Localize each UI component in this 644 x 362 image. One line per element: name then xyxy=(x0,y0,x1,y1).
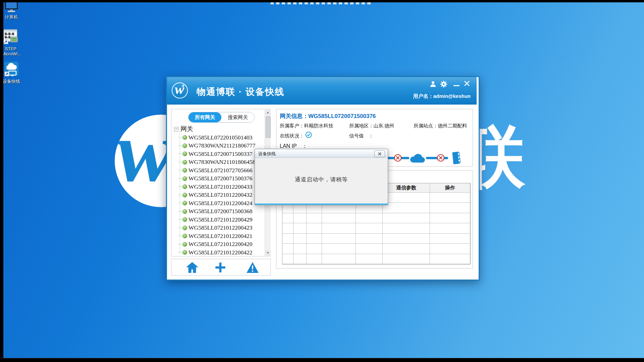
table-cell xyxy=(282,223,293,233)
home-button[interactable] xyxy=(185,261,199,274)
svg-text:H-O: H-O xyxy=(5,36,10,39)
table-cell xyxy=(322,244,356,254)
gateway-online-icon xyxy=(182,152,187,156)
tab-search-gateways[interactable]: 搜索网关 xyxy=(221,112,254,122)
region-field: 所属地区：山东.德州 xyxy=(349,123,394,129)
screen-left-bar xyxy=(0,0,3,362)
table-cell xyxy=(293,244,307,254)
dialog-close-button[interactable] xyxy=(374,150,385,157)
table-cell xyxy=(383,193,430,203)
tree-item-gateway[interactable]: WG585LL0720071500368 xyxy=(178,207,253,216)
tree-branch-line xyxy=(178,137,182,138)
close-icon xyxy=(378,152,381,156)
table-cell xyxy=(430,244,470,254)
add-gateway-button[interactable] xyxy=(214,261,227,274)
dialog-title: 设备快线 xyxy=(258,151,276,157)
tree-item-gateway[interactable]: WG585LL0720071500376 xyxy=(178,175,253,183)
table-cell xyxy=(356,223,383,233)
taskbar-strip xyxy=(0,358,644,362)
tree-collapse-icon[interactable] xyxy=(174,127,178,131)
gateway-online-icon xyxy=(182,168,187,173)
gateway-online-icon xyxy=(182,250,187,255)
online-status-label: 在线状况： xyxy=(280,133,304,139)
tree-branch-line xyxy=(178,244,182,245)
scroll-up-button[interactable]: ▲ xyxy=(265,110,271,115)
tree-branch-line xyxy=(178,252,182,253)
table-cell xyxy=(282,213,293,223)
gateway-id: WG585LL0721012200432 xyxy=(189,191,253,198)
table-cell xyxy=(322,213,356,223)
alert-button[interactable] xyxy=(246,261,259,274)
table-cell xyxy=(322,223,356,233)
table-cell xyxy=(293,254,307,264)
scroll-down-button[interactable]: ▼ xyxy=(265,250,271,256)
titlebar: w 物通博联 · 设备快线 用户名：admin@keshun xyxy=(167,77,477,105)
tree-item-gateway[interactable]: WG585LL0721012200420 xyxy=(178,240,253,248)
tree-branch-line xyxy=(178,186,182,187)
app-title: 物通博联 · 设备快线 xyxy=(197,86,284,98)
tree-branch-line xyxy=(178,195,182,195)
desktop: w 物通博联 计算机 H-H-O H-O STEP -MicroWI xyxy=(0,0,644,362)
user-icon[interactable] xyxy=(429,80,437,88)
gateway-online-icon xyxy=(182,193,187,197)
gateway-info-header: 网关信息：WG585LL0720071500376 xyxy=(280,112,376,120)
gateway-id: WG585LL0720071500337 xyxy=(189,150,253,158)
desktop-icon-label: STEP xyxy=(5,46,16,51)
device-express-icon xyxy=(3,61,19,78)
dialog-titlebar[interactable]: 设备快线 xyxy=(255,149,388,158)
customer-field: 所属客户：科顺防水科技 xyxy=(280,123,333,129)
tree-item-gateway[interactable]: WG585LL0721012200429 xyxy=(178,216,253,224)
tree-item-gateway[interactable]: WG585LL0721012200424 xyxy=(178,199,253,207)
table-cell xyxy=(293,234,307,244)
gateway-id: WG585LL0720071500376 xyxy=(189,175,253,182)
tree-root-node[interactable]: 网关 xyxy=(174,125,193,133)
tree-branch-line xyxy=(178,170,182,171)
desktop-icon-device-express[interactable]: 设备快线 xyxy=(1,61,22,84)
gateway-online-icon xyxy=(182,160,187,165)
tree-item-gateway[interactable]: WG585LL0721012200422 xyxy=(178,248,253,256)
tab-all-gateways[interactable]: 所有网关 xyxy=(189,112,221,122)
disconnected-icon xyxy=(394,154,402,162)
gateway-id: WG585LL0721012200433 xyxy=(189,183,253,190)
gateway-id: WG585LL0721012200424 xyxy=(189,200,253,207)
sparkle-icon xyxy=(154,143,163,152)
gateway-id: WG7830WAN21101806458 xyxy=(189,159,256,166)
close-button[interactable] xyxy=(464,80,470,87)
tree-item-gateway[interactable]: WG7830WAN21121806777 xyxy=(178,142,256,150)
screen-top-bar xyxy=(0,0,644,2)
gateway-tabs: 所有网关 搜索网关 xyxy=(188,112,255,123)
app-logo-icon: w xyxy=(172,82,188,99)
table-cell xyxy=(356,254,383,264)
gateway-id: WG7830WAN21121806777 xyxy=(189,142,256,149)
gateway-id: WG585LL0721012200422 xyxy=(189,249,253,256)
scrollbar-thumb[interactable] xyxy=(266,116,271,138)
tree-item-gateway[interactable]: WG7830WAN21101806458 xyxy=(178,158,256,166)
tree-item-gateway[interactable]: WG585LL0722010501403 xyxy=(178,133,253,141)
tree-branch-line xyxy=(178,178,182,179)
gateway-id: WG585LL0721012200423 xyxy=(189,224,253,231)
minimize-button[interactable] xyxy=(453,85,460,86)
table-cell xyxy=(430,223,470,233)
username-label: 用户名：admin@keshun xyxy=(413,93,471,100)
site-field: 所属站点：德州二期配料 xyxy=(414,123,467,129)
table-cell xyxy=(383,244,430,254)
desktop-icon-label2: -MicroWI... xyxy=(0,51,21,56)
table-cell xyxy=(383,213,430,223)
cloud-icon xyxy=(410,153,425,163)
table-cell xyxy=(282,244,293,254)
tree-item-gateway[interactable]: WG585LL0721012200432 xyxy=(178,191,253,199)
gateway-online-icon xyxy=(182,234,187,238)
online-check-icon xyxy=(305,131,312,138)
tree-item-gateway[interactable]: WG585LL0721072705666 xyxy=(178,166,253,174)
tree-item-gateway[interactable]: WG585LL0720071500337 xyxy=(178,150,253,158)
tree-item-gateway[interactable]: WG585LL0721012200421 xyxy=(178,232,253,240)
tree-item-gateway[interactable]: WG585LL0721012200423 xyxy=(178,224,253,232)
wallpaper-url-fragment xyxy=(270,2,373,4)
tree-item-gateway[interactable]: WG585LL0721012200433 xyxy=(178,183,253,191)
gateway-online-icon xyxy=(182,135,187,140)
table-cell xyxy=(307,244,322,254)
gear-icon[interactable] xyxy=(440,80,447,88)
table-cell xyxy=(383,254,430,264)
desktop-icon-computer[interactable]: 计算机 xyxy=(1,1,22,20)
gateway-id: WG585LL0721072705666 xyxy=(189,167,253,174)
